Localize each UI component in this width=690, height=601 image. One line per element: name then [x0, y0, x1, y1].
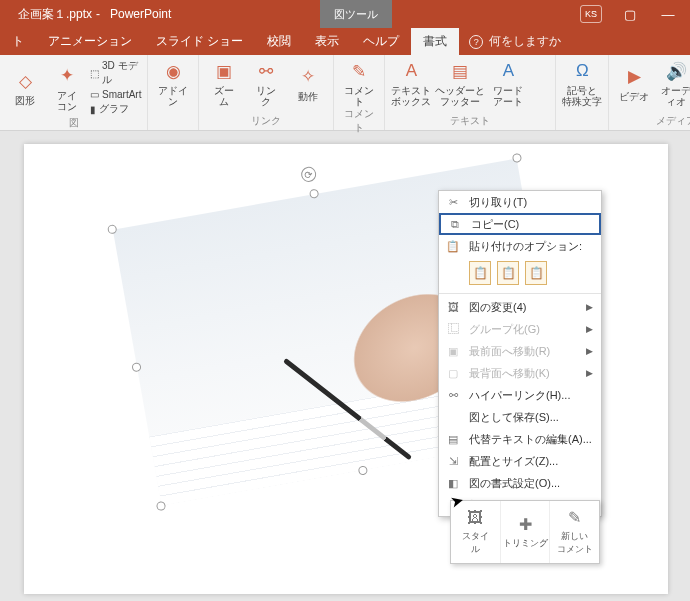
paste-opt-3[interactable]: 📋	[525, 261, 547, 285]
action-icon: ✧	[296, 65, 320, 89]
icons-button[interactable]: ✦アイ コン	[48, 59, 86, 116]
clipboard-icon: 📋	[445, 240, 461, 253]
system-buttons: KS ▢ —	[580, 5, 690, 23]
ctx-paste-header: 📋貼り付けのオプション:	[439, 235, 601, 257]
paste-opt-1[interactable]: 📋	[469, 261, 491, 285]
chart-button[interactable]: ▮グラフ	[90, 102, 141, 116]
ctx-copy[interactable]: ⧉コピー(C)	[439, 213, 601, 235]
size-icon: ⇲	[445, 455, 461, 468]
resize-handle-tr[interactable]	[512, 153, 522, 163]
ctx-change-picture[interactable]: 🖼図の変更(4)▶	[439, 296, 601, 318]
ribbon: ◇図形 ✦アイ コン ⬚3D モデル ▭SmartArt ▮グラフ 図 ◉アドイ…	[0, 55, 690, 131]
tab-animation[interactable]: アニメーション	[36, 28, 144, 55]
tab-format[interactable]: 書式	[411, 28, 459, 55]
file-name: 企画案１.pptx	[18, 6, 92, 23]
action-button[interactable]: ✧動作	[289, 59, 327, 107]
bulb-icon: ?	[469, 35, 483, 49]
hf-icon: ▤	[448, 59, 472, 83]
cube-icon: ⬚	[90, 68, 99, 79]
wordart-button[interactable]: Aワード アート	[489, 59, 527, 107]
style-icon: 🖼	[467, 509, 483, 527]
smartart-button[interactable]: ▭SmartArt	[90, 89, 141, 100]
format-icon: ◧	[445, 477, 461, 490]
resize-handle-bl[interactable]	[156, 501, 166, 511]
scissors-icon: ✂	[445, 196, 461, 209]
textbox-button[interactable]: Aテキスト ボックス	[391, 59, 431, 107]
tab-slideshow[interactable]: スライド ショー	[144, 28, 255, 55]
ctx-group: ⿺グループ化(G)▶	[439, 318, 601, 340]
newcomment-mini-icon: ✎	[568, 508, 581, 527]
link-button[interactable]: ⚯リン ク	[247, 59, 285, 107]
context-menu: ✂切り取り(T) ⧉コピー(C) 📋貼り付けのオプション: 📋 📋 📋 🖼図の変…	[438, 190, 602, 517]
group-icon: ⿺	[445, 323, 461, 335]
mini-trim[interactable]: ✚トリミング	[501, 501, 551, 563]
addin-button[interactable]: ◉アドイ ン	[154, 59, 192, 107]
tab-help[interactable]: ヘルプ	[351, 28, 411, 55]
smartart-icon: ▭	[90, 89, 99, 100]
rotate-handle[interactable]: ⟳	[300, 166, 317, 183]
ctx-cut[interactable]: ✂切り取り(T)	[439, 191, 601, 213]
shapes-icon: ◇	[13, 69, 37, 93]
comment-button[interactable]: ✎コメン ト	[340, 59, 378, 107]
wordart-icon: A	[496, 59, 520, 83]
menu-bar: ト アニメーション スライド ショー 校閲 表示 ヘルプ 書式 ? 何をしますか	[0, 28, 690, 55]
video-icon: ▶	[622, 65, 646, 89]
back-icon: ▢	[445, 367, 461, 380]
title-bar: 企画案１.pptx - PowerPoint 図ツール KS ▢ —	[0, 0, 690, 28]
ctx-size-position[interactable]: ⇲配置とサイズ(Z)...	[439, 450, 601, 472]
textbox-icon: A	[399, 59, 423, 83]
crop-icon: ✚	[519, 515, 532, 534]
chart-icon: ▮	[90, 104, 96, 115]
zoom-button[interactable]: ▣ズー ム	[205, 59, 243, 107]
paste-options: 📋 📋 📋	[439, 257, 601, 291]
ctx-send-back: ▢最背面へ移動(K)▶	[439, 362, 601, 384]
symbol-button[interactable]: Ω記号と 特殊文字	[562, 59, 602, 107]
ctx-bring-front: ▣最前面へ移動(R)▶	[439, 340, 601, 362]
symbol-icon: Ω	[570, 59, 594, 83]
comment-icon: ✎	[347, 59, 371, 83]
shapes-button[interactable]: ◇図形	[6, 59, 44, 116]
mini-toolbar: 🖼スタイ ル ✚トリミング ✎新しい コメント	[450, 500, 600, 564]
picture-icon: 🖼	[445, 301, 461, 313]
app-name: PowerPoint	[110, 7, 171, 21]
link-icon: ⚯	[254, 59, 278, 83]
resize-handle-b[interactable]	[358, 465, 368, 475]
3dmodel-button[interactable]: ⬚3D モデル	[90, 59, 141, 87]
user-badge[interactable]: KS	[580, 5, 602, 23]
contextual-tab-label: 図ツール	[320, 0, 392, 28]
audio-icon: 🔊	[664, 59, 688, 83]
ctx-format-picture[interactable]: ◧図の書式設定(O)...	[439, 472, 601, 494]
addin-icon: ◉	[161, 59, 185, 83]
audio-button[interactable]: 🔊オーディオ	[657, 59, 690, 107]
hyperlink-icon: ⚯	[445, 389, 461, 402]
ctx-hyperlink[interactable]: ⚯ハイパーリンク(H)...	[439, 384, 601, 406]
headerfooter-button[interactable]: ▤ヘッダーと フッター	[435, 59, 485, 107]
tab-review[interactable]: 校閲	[255, 28, 303, 55]
video-button[interactable]: ▶ビデオ	[615, 59, 653, 107]
zoom-icon: ▣	[212, 59, 236, 83]
tab-home-partial[interactable]: ト	[0, 28, 36, 55]
copy-icon: ⧉	[447, 218, 463, 231]
alttext-icon: ▤	[445, 433, 461, 446]
tab-view[interactable]: 表示	[303, 28, 351, 55]
mini-comment[interactable]: ✎新しい コメント	[550, 501, 599, 563]
minimize-icon[interactable]: —	[658, 7, 678, 22]
restore-icon[interactable]: ▢	[620, 7, 640, 22]
front-icon: ▣	[445, 345, 461, 358]
ctx-save-as-picture[interactable]: 図として保存(S)...	[439, 406, 601, 428]
tell-me[interactable]: ? 何をしますか	[469, 33, 561, 50]
ctx-alt-text[interactable]: ▤代替テキストの編集(A)...	[439, 428, 601, 450]
icons-icon: ✦	[55, 64, 79, 88]
paste-opt-2[interactable]: 📋	[497, 261, 519, 285]
